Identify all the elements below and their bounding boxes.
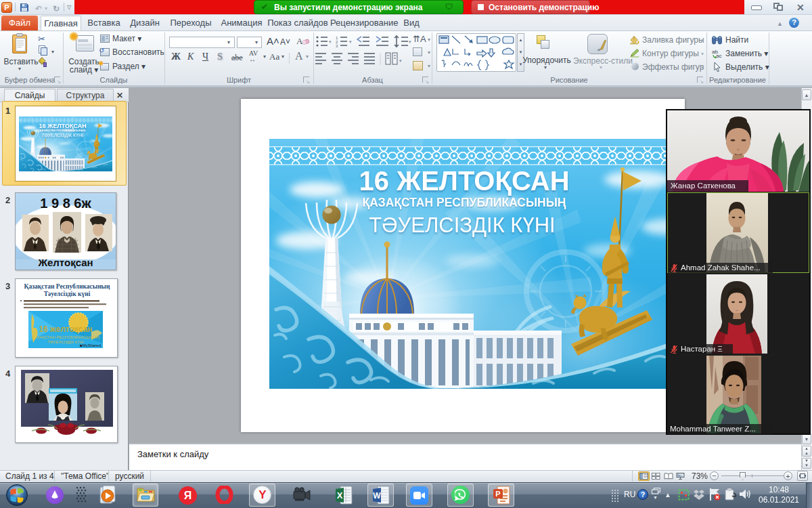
svg-text:W: W xyxy=(373,491,381,501)
svg-text:▾: ▾ xyxy=(349,39,352,44)
svg-text:■MyShared: ■MyShared xyxy=(80,343,101,347)
svg-text:1 9 8 6ж: 1 9 8 6ж xyxy=(40,196,91,211)
svg-text:▾: ▾ xyxy=(329,39,332,44)
svg-text:16 желтоқсан: 16 желтоқсан xyxy=(39,324,92,334)
svg-text:▾: ▾ xyxy=(409,39,411,44)
svg-text:P: P xyxy=(495,490,500,498)
svg-text:ac: ac xyxy=(716,53,721,58)
svg-text:ТӘУЕЛСІЗДІК КҮНІ: ТӘУЕЛСІЗДІК КҮНІ xyxy=(47,340,84,344)
svg-text:A: A xyxy=(296,36,303,46)
svg-text:Қазақстан Республикасының: Қазақстан Республикасының xyxy=(24,283,111,290)
svg-text:X: X xyxy=(337,490,343,501)
svg-text:Желтоқсан: Желтоқсан xyxy=(37,257,93,268)
svg-text:▾: ▾ xyxy=(399,58,402,63)
svg-text:ҚАЗАҚСТАН РЕСПУБЛИКАСЫНЫҢ: ҚАЗАҚСТАН РЕСПУБЛИКАСЫНЫҢ xyxy=(32,335,99,339)
svg-text:3: 3 xyxy=(336,44,338,48)
svg-text:Тәуелсіздік күні: Тәуелсіздік күні xyxy=(44,291,91,297)
